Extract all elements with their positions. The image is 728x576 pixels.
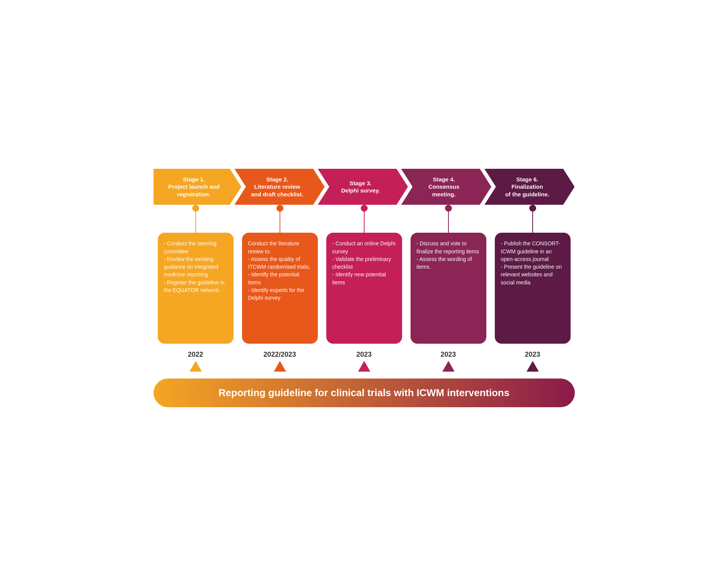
connector-dot-stage4 [445,205,452,212]
stage-arrow-stage3: Stage 3.Delphi survey. [318,169,408,205]
stage-col-stage6: - Publish the CONSORT-ICWM guideline in … [491,205,575,344]
year-arrow-stage2 [274,361,286,372]
year-col-stage3: 2023 [322,351,406,372]
connector-line-stage3 [364,212,365,233]
connector-line-stage4 [448,212,449,233]
stage-arrow-stage6: Stage 6.Finalizationof the guideline. [484,169,575,205]
connector-line-stage2 [280,212,280,233]
year-label-stage6: 2023 [525,351,540,359]
cards-row: - Conduct the steering committee- Review… [154,205,575,344]
stage-arrow-stage1: Stage 1.Project launch andregistration. [154,169,242,205]
year-col-stage1: 2022 [154,351,238,372]
year-arrow-stage4 [442,361,455,372]
connector-line-stage1 [195,212,196,233]
year-label-stage3: 2023 [356,351,371,359]
year-label-stage4: 2023 [440,351,456,359]
stage-col-stage2: Conduct the literature review to:- Asses… [238,205,322,344]
stage-col-stage3: - Conduct an online Delphi curvey- Valid… [322,205,406,344]
stage-col-stage4: - Discuss and vote to finalize the repor… [406,205,491,344]
year-label-stage1: 2022 [188,351,203,359]
year-col-stage4: 2023 [406,351,491,372]
year-label-stage2: 2022/2023 [263,351,296,359]
stage-card-stage1: - Conduct the steering committee- Review… [158,233,234,344]
arrows-row: Stage 1.Project launch andregistration.S… [154,169,575,205]
connector-dot-stage6 [529,205,536,212]
stage-card-stage4: - Discuss and vote to finalize the repor… [411,233,486,344]
connector-line-stage6 [532,212,533,233]
diagram-wrapper: Stage 1.Project launch andregistration.S… [154,169,575,408]
connector-dot-stage2 [276,205,283,212]
years-row: 20222022/2023202320232023 [154,351,575,372]
year-arrow-stage3 [358,361,370,372]
year-col-stage2: 2022/2023 [238,351,322,372]
stage-col-stage1: - Conduct the steering committee- Review… [154,205,238,344]
bottom-banner: Reporting guideline for clinical trials … [154,379,575,407]
stage-card-stage2: Conduct the literature review to:- Asses… [242,233,318,344]
year-arrow-stage6 [527,361,539,372]
connector-dot-stage1 [192,205,199,212]
connector-dot-stage3 [361,205,368,212]
stage-card-stage6: - Publish the CONSORT-ICWM guideline in … [495,233,571,344]
stage-card-stage3: - Conduct an online Delphi curvey- Valid… [326,233,402,344]
year-arrow-stage1 [190,361,202,372]
stage-arrow-stage2: Stage 2.Literature reviewand draft check… [234,169,325,205]
year-col-stage6: 2023 [491,351,575,372]
stage-arrow-stage4: Stage 4.Consensusmeeting. [401,169,491,205]
